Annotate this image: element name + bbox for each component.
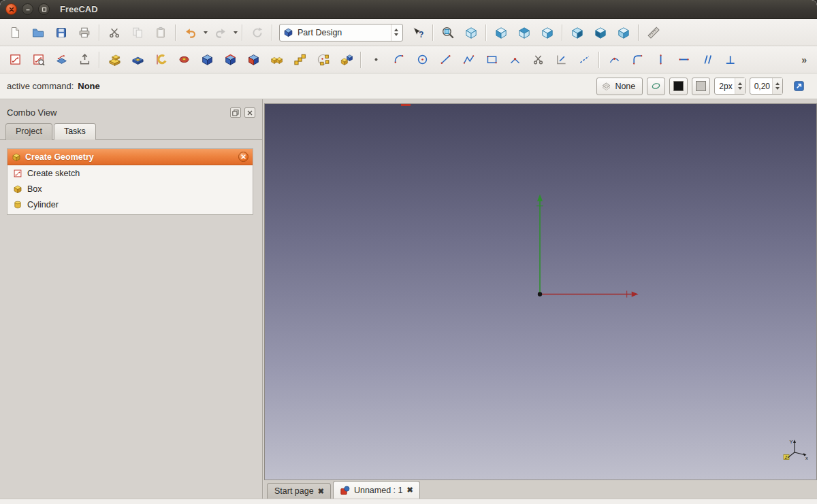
tab-start-page[interactable]: Start page ✖ bbox=[267, 483, 331, 499]
external-geometry-button[interactable] bbox=[550, 50, 572, 70]
create-line-button[interactable] bbox=[434, 50, 456, 70]
mirrored-button[interactable] bbox=[266, 50, 287, 70]
workbench-selector-spinner[interactable] bbox=[391, 24, 401, 41]
nav-axis-x-label: x bbox=[805, 455, 808, 461]
tab-tasks[interactable]: Tasks bbox=[54, 123, 96, 140]
3d-viewport[interactable]: Y x Z bbox=[264, 103, 817, 480]
whats-this-button[interactable]: ? bbox=[407, 22, 429, 43]
copy-icon bbox=[131, 26, 144, 39]
window-maximize-button[interactable] bbox=[38, 3, 50, 15]
task-header-close-button[interactable] bbox=[238, 152, 249, 162]
line-width-arrows[interactable] bbox=[735, 78, 745, 94]
measure-distance-button[interactable] bbox=[643, 22, 664, 43]
create-circle-button[interactable] bbox=[411, 50, 433, 70]
cut-button[interactable] bbox=[103, 22, 125, 43]
construction-mode-toggle[interactable] bbox=[647, 78, 665, 95]
create-arc-button[interactable] bbox=[388, 50, 410, 70]
axonometric-view-button[interactable] bbox=[460, 22, 482, 43]
save-icon bbox=[54, 26, 68, 39]
create-fillet-button[interactable] bbox=[626, 50, 648, 70]
create-rectangle-button[interactable] bbox=[481, 50, 502, 70]
polar-pattern-button[interactable] bbox=[312, 50, 334, 70]
task-item-create-sketch[interactable]: Create sketch bbox=[7, 165, 253, 181]
layer-button[interactable]: None bbox=[596, 78, 643, 95]
task-item-box[interactable]: Box bbox=[7, 181, 253, 197]
nav-axis-y-label: Y bbox=[790, 439, 793, 445]
copy-button[interactable] bbox=[127, 22, 148, 43]
float-panel-button[interactable] bbox=[230, 107, 241, 118]
new-document-button[interactable] bbox=[4, 22, 26, 43]
window-close-button[interactable] bbox=[5, 3, 17, 15]
close-icon bbox=[241, 154, 246, 159]
left-view-button[interactable] bbox=[613, 22, 635, 43]
fillet-button[interactable] bbox=[196, 50, 218, 70]
fit-all-button[interactable] bbox=[437, 22, 459, 43]
tab-project[interactable]: Project bbox=[5, 123, 52, 140]
draft-button[interactable] bbox=[242, 50, 264, 70]
constrain-coincident-button[interactable] bbox=[504, 50, 526, 70]
text-size-arrows[interactable] bbox=[772, 78, 782, 94]
close-panel-button[interactable] bbox=[244, 107, 255, 118]
close-tab-icon[interactable]: ✖ bbox=[318, 488, 324, 495]
revolution-button[interactable] bbox=[150, 50, 172, 70]
print-button[interactable] bbox=[74, 22, 95, 43]
constrain-point-on-object-button[interactable] bbox=[603, 50, 625, 70]
workbench-selector[interactable]: Part Design bbox=[279, 24, 403, 41]
task-header-create-geometry[interactable]: Create Geometry bbox=[7, 149, 253, 165]
open-document-button[interactable] bbox=[27, 22, 49, 43]
front-view-button[interactable] bbox=[490, 22, 512, 43]
top-view-cube-icon bbox=[517, 26, 531, 39]
rear-view-button[interactable] bbox=[566, 22, 588, 43]
refresh-button[interactable] bbox=[246, 22, 268, 43]
pocket-button[interactable] bbox=[127, 50, 148, 70]
close-icon bbox=[9, 7, 14, 12]
top-view-button[interactable] bbox=[513, 22, 535, 43]
bottom-view-button[interactable] bbox=[590, 22, 611, 43]
reorient-sketch-button[interactable] bbox=[74, 50, 95, 70]
face-color-button[interactable] bbox=[692, 78, 710, 95]
edit-sketch-button[interactable] bbox=[27, 50, 49, 70]
toolbar-separator bbox=[175, 24, 176, 41]
map-sketch-to-face-button[interactable] bbox=[50, 50, 72, 70]
line-width-spinner[interactable]: 2px bbox=[714, 78, 745, 95]
toolbar-overflow-button[interactable]: » bbox=[799, 53, 810, 67]
tab-unnamed-document[interactable]: Unnamed : 1 ✖ bbox=[333, 481, 420, 499]
redo-button[interactable] bbox=[210, 22, 231, 43]
undo-button[interactable] bbox=[180, 22, 202, 43]
viewport-column: Y x Z Start page ✖ Unnamed : 1 ✖ bbox=[263, 99, 817, 499]
redo-history-dropdown[interactable] bbox=[232, 22, 239, 43]
trim-edge-button[interactable] bbox=[527, 50, 549, 70]
constrain-parallel-button[interactable] bbox=[696, 50, 718, 70]
paste-button[interactable] bbox=[150, 22, 172, 43]
create-sketch-button[interactable] bbox=[4, 50, 26, 70]
titlebar[interactable]: FreeCAD bbox=[0, 0, 817, 19]
create-polyline-button[interactable] bbox=[458, 50, 479, 70]
line-color-button[interactable] bbox=[669, 78, 688, 95]
status-bar bbox=[0, 499, 817, 504]
autogroup-button[interactable] bbox=[788, 76, 810, 97]
fillet-cube-icon bbox=[201, 53, 214, 66]
text-size-spinner[interactable]: 0,20 bbox=[750, 78, 783, 95]
constrain-perpendicular-button[interactable] bbox=[719, 50, 741, 70]
box-icon bbox=[13, 184, 22, 194]
toggle-construction-button[interactable] bbox=[573, 50, 595, 70]
command-bar: active command: None None 2px 0,20 bbox=[0, 73, 817, 99]
task-item-cylinder[interactable]: Cylinder bbox=[7, 197, 253, 212]
coincident-icon bbox=[509, 53, 522, 66]
toolbar-separator bbox=[432, 24, 434, 41]
constrain-vertical-button[interactable] bbox=[650, 50, 671, 70]
chamfer-button[interactable] bbox=[219, 50, 241, 70]
save-document-button[interactable] bbox=[50, 22, 72, 43]
close-tab-icon[interactable]: ✖ bbox=[406, 486, 413, 494]
undo-history-dropdown[interactable] bbox=[202, 22, 209, 43]
pad-button[interactable] bbox=[103, 50, 125, 70]
window-minimize-button[interactable] bbox=[22, 3, 33, 15]
toolbar-separator bbox=[242, 24, 243, 41]
right-view-button[interactable] bbox=[536, 22, 558, 43]
multi-transform-button[interactable] bbox=[335, 50, 357, 70]
create-point-button[interactable] bbox=[365, 50, 387, 70]
linear-pattern-button[interactable] bbox=[289, 50, 310, 70]
toolbar-separator bbox=[360, 52, 362, 68]
constrain-horizontal-button[interactable] bbox=[673, 50, 694, 70]
groove-button[interactable] bbox=[173, 50, 195, 70]
